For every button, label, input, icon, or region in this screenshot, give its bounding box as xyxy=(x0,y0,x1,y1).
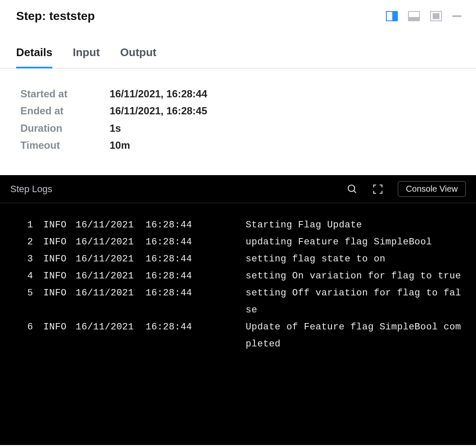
log-timestamp: 16/11/2021 16:28:44 xyxy=(76,285,246,319)
detail-value: 10m xyxy=(110,137,130,154)
log-line: 5INFO16/11/2021 16:28:44setting Off vari… xyxy=(17,285,463,319)
svg-point-0 xyxy=(348,185,354,191)
logs-body: 1INFO16/11/2021 16:28:44Starting Flag Up… xyxy=(0,203,476,366)
log-line-number: 6 xyxy=(17,319,33,353)
log-level: INFO xyxy=(33,285,76,319)
detail-label: Ended at xyxy=(20,102,110,119)
log-level: INFO xyxy=(33,217,76,234)
tab-output[interactable]: Output xyxy=(120,46,156,68)
log-timestamp: 16/11/2021 16:28:44 xyxy=(76,319,246,353)
detail-row-started: Started at 16/11/2021, 16:28:44 xyxy=(20,85,476,102)
detail-value: 16/11/2021, 16:28:45 xyxy=(110,102,207,119)
tab-details[interactable]: Details xyxy=(16,46,52,68)
log-line: 3INFO16/11/2021 16:28:44setting flag sta… xyxy=(17,251,463,268)
panel-header: Step: teststep xyxy=(0,0,476,23)
tab-input[interactable]: Input xyxy=(73,46,100,68)
logs-actions: Console View xyxy=(347,181,466,197)
tab-bar: Details Input Output xyxy=(0,23,476,68)
log-line-number: 5 xyxy=(17,285,33,319)
log-timestamp: 16/11/2021 16:28:44 xyxy=(76,251,246,268)
minimize-icon[interactable] xyxy=(452,15,462,17)
detail-value: 16/11/2021, 16:28:44 xyxy=(110,85,207,102)
detail-value: 1s xyxy=(110,120,121,137)
layout-bottom-icon[interactable] xyxy=(408,11,420,21)
log-level: INFO xyxy=(33,319,76,353)
log-line: 6INFO16/11/2021 16:28:44Update of Featur… xyxy=(17,319,463,353)
log-message: Starting Flag Update xyxy=(246,217,463,234)
detail-label: Started at xyxy=(20,85,110,102)
svg-line-1 xyxy=(354,190,356,193)
log-timestamp: 16/11/2021 16:28:44 xyxy=(76,234,246,251)
logs-header: Step Logs Console View xyxy=(0,175,476,203)
detail-row-duration: Duration 1s xyxy=(20,120,476,137)
details-panel: Started at 16/11/2021, 16:28:44 Ended at… xyxy=(0,68,476,175)
search-icon[interactable] xyxy=(347,184,358,195)
page-title: Step: teststep xyxy=(16,9,95,23)
logs-title: Step Logs xyxy=(10,184,52,195)
log-line-number: 3 xyxy=(17,251,33,268)
log-message: setting On variation for flag to true xyxy=(246,268,463,285)
layout-right-icon[interactable] xyxy=(386,11,398,21)
log-line: 4INFO16/11/2021 16:28:44setting On varia… xyxy=(17,268,463,285)
log-line-number: 1 xyxy=(17,217,33,234)
log-line: 1INFO16/11/2021 16:28:44Starting Flag Up… xyxy=(17,217,463,234)
console-view-button[interactable]: Console View xyxy=(398,181,466,197)
fullscreen-icon[interactable] xyxy=(372,184,383,195)
log-line: 2INFO16/11/2021 16:28:44updating Feature… xyxy=(17,234,463,251)
log-line-number: 4 xyxy=(17,268,33,285)
detail-row-timeout: Timeout 10m xyxy=(20,137,476,154)
log-timestamp: 16/11/2021 16:28:44 xyxy=(76,268,246,285)
detail-label: Duration xyxy=(20,120,110,137)
log-message: setting Off variation for flag to false xyxy=(246,285,463,319)
layout-float-icon[interactable] xyxy=(430,11,442,21)
header-actions xyxy=(386,11,462,21)
log-message: Update of Feature flag SimpleBool comple… xyxy=(246,319,463,353)
detail-label: Timeout xyxy=(20,137,110,154)
detail-row-ended: Ended at 16/11/2021, 16:28:45 xyxy=(20,102,476,119)
log-line-number: 2 xyxy=(17,234,33,251)
log-level: INFO xyxy=(33,234,76,251)
log-timestamp: 16/11/2021 16:28:44 xyxy=(76,217,246,234)
logs-panel: Step Logs Console View 1INFO16/11/2021 1… xyxy=(0,175,476,445)
log-message: updating Feature flag SimpleBool xyxy=(246,234,463,251)
log-message: setting flag state to on xyxy=(246,251,463,268)
log-level: INFO xyxy=(33,268,76,285)
log-level: INFO xyxy=(33,251,76,268)
